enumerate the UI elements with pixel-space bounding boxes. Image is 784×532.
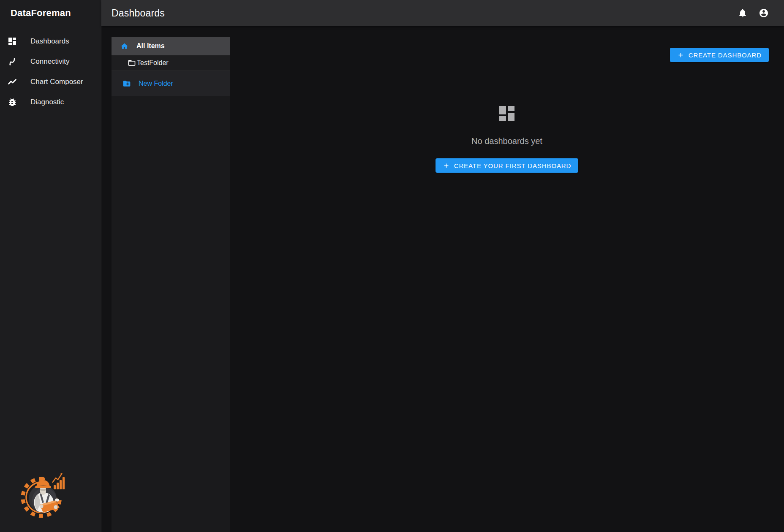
folder-panel: All Items TestFolder New Folder [112, 37, 230, 532]
dashboard-grid-icon [7, 36, 17, 46]
create-dashboard-label: CREATE DASHBOARD [689, 52, 762, 59]
topbar: Dashboards [101, 0, 784, 26]
sidebar-footer [0, 457, 101, 532]
create-dashboard-button[interactable]: CREATE DASHBOARD [670, 48, 769, 62]
sidebar-item-chart-composer[interactable]: Chart Composer [0, 72, 101, 92]
topbar-actions [738, 8, 769, 18]
dashboard-grid-icon [497, 103, 517, 124]
empty-state: No dashboards yet CREATE YOUR FIRST DASH… [230, 103, 784, 173]
folder-row-all-items[interactable]: All Items [112, 37, 230, 55]
sidebar-item-dashboards[interactable]: Dashboards [0, 31, 101, 52]
app-root: DataForeman Dashboards Connectivity [0, 0, 784, 532]
bug-icon [7, 97, 17, 107]
cable-icon [7, 57, 17, 67]
line-chart-icon [7, 77, 17, 87]
plus-icon [677, 52, 684, 59]
plus-icon [443, 162, 450, 169]
sidebar-item-label: Diagnostic [30, 98, 64, 106]
notifications-bell-icon[interactable] [738, 8, 748, 18]
create-new-folder-icon [122, 79, 131, 88]
create-first-dashboard-label: CREATE YOUR FIRST DASHBOARD [454, 162, 572, 169]
sidebar-item-connectivity[interactable]: Connectivity [0, 52, 101, 72]
folder-row-label: All Items [136, 42, 165, 50]
brand-title: DataForeman [0, 0, 101, 26]
empty-state-message: No dashboards yet [471, 136, 542, 146]
page-title: Dashboards [112, 8, 165, 19]
dataforeman-logo [19, 470, 69, 523]
sidebar-item-label: Chart Composer [30, 78, 83, 86]
folder-outline-icon [128, 59, 136, 67]
home-icon [120, 42, 128, 50]
sidebar: DataForeman Dashboards Connectivity [0, 0, 101, 532]
sidebar-item-label: Connectivity [30, 57, 70, 66]
sidebar-item-label: Dashboards [30, 37, 69, 46]
sidebar-item-diagnostic[interactable]: Diagnostic [0, 92, 101, 112]
create-first-dashboard-button[interactable]: CREATE YOUR FIRST DASHBOARD [436, 158, 579, 173]
sidebar-nav: Dashboards Connectivity [0, 26, 101, 112]
account-circle-icon[interactable] [759, 8, 769, 18]
folder-row-label: TestFolder [137, 59, 169, 67]
new-folder-button[interactable]: New Folder [112, 71, 230, 96]
folder-row-testfolder[interactable]: TestFolder [112, 55, 230, 71]
new-folder-label: New Folder [139, 80, 173, 87]
